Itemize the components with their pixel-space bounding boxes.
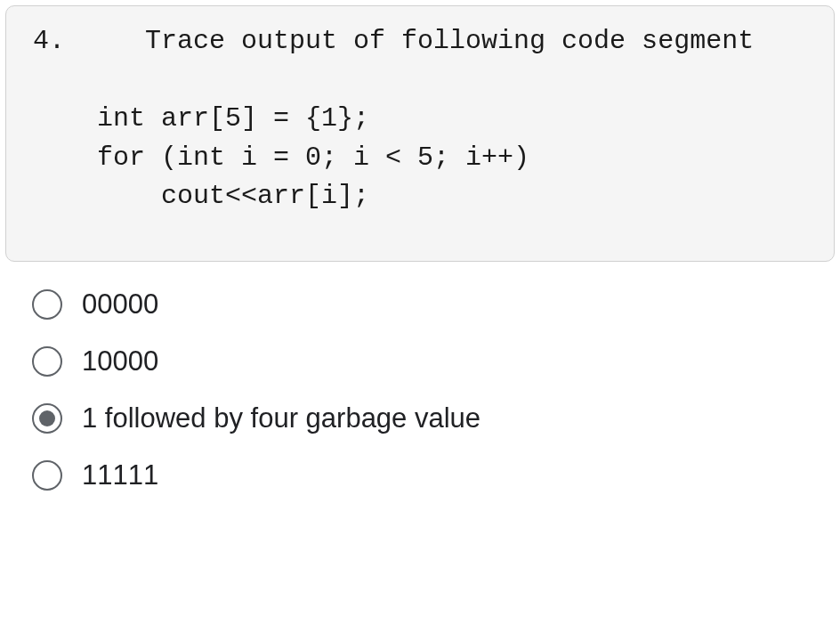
radio-icon[interactable]	[32, 289, 62, 320]
radio-icon[interactable]	[32, 460, 62, 491]
radio-icon[interactable]	[32, 403, 62, 434]
radio-icon[interactable]	[32, 346, 62, 377]
code-line: cout<<arr[i];	[33, 181, 369, 211]
option-00000[interactable]: 00000	[32, 288, 840, 321]
option-garbage[interactable]: 1 followed by four garbage value	[32, 402, 840, 434]
question-number: 4.	[33, 26, 65, 56]
option-label: 11111	[82, 459, 158, 491]
option-label: 00000	[82, 288, 158, 321]
question-code-block: 4. Trace output of following code segmen…	[5, 5, 835, 262]
answer-options: 00000 10000 1 followed by four garbage v…	[0, 262, 840, 491]
option-label: 10000	[82, 345, 158, 377]
code-line: int arr[5] = {1};	[33, 103, 369, 134]
option-label: 1 followed by four garbage value	[82, 402, 481, 434]
option-10000[interactable]: 10000	[32, 345, 840, 377]
option-11111[interactable]: 11111	[32, 459, 840, 491]
question-prompt: Trace output of following code segment	[145, 26, 754, 56]
code-line: for (int i = 0; i < 5; i++)	[33, 142, 529, 173]
